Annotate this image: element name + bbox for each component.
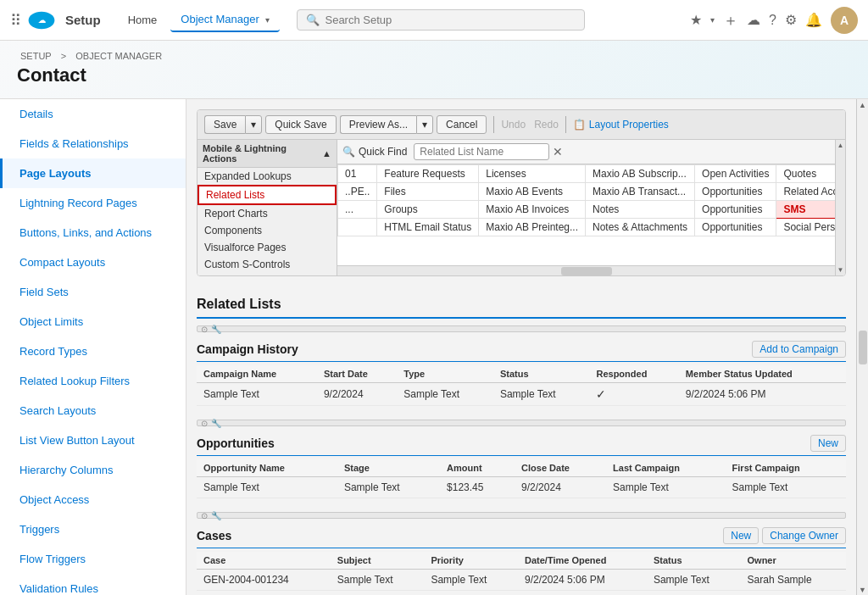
- help-icon[interactable]: ?: [769, 13, 776, 28]
- sidebar-item-fields[interactable]: Fields & Relationships: [0, 129, 186, 158]
- palette-item-visualforce[interactable]: Visualforce Pages: [198, 239, 337, 256]
- save-dropdown-button[interactable]: ▾: [245, 115, 262, 134]
- new-opportunity-button[interactable]: New: [810, 435, 846, 452]
- drag-handle-bar[interactable]: ⊙ 🔧: [197, 325, 846, 332]
- drag-handle-bar-3[interactable]: ⊙ 🔧: [197, 512, 846, 519]
- quickfind-input[interactable]: [414, 143, 549, 160]
- col-opp-name: Opportunity Name: [197, 459, 337, 477]
- sidebar-item-field-sets[interactable]: Field Sets: [0, 277, 186, 307]
- change-owner-button[interactable]: Change Owner: [762, 527, 846, 544]
- palette-item-custom-s-controls[interactable]: Custom S-Controls: [198, 256, 337, 273]
- cell: Maxio AB Events: [479, 183, 586, 201]
- nav-object-manager[interactable]: Object Manager ▾: [170, 8, 280, 32]
- breadcrumb-object-manager[interactable]: OBJECT MANAGER: [75, 51, 162, 61]
- palette-panel: Mobile & Lightning Actions ▲ Expanded Lo…: [198, 140, 337, 275]
- col-first-campaign: First Campaign: [726, 459, 846, 477]
- scroll-down-icon[interactable]: ▼: [859, 586, 866, 594]
- palette-collapse-icon[interactable]: ▲: [322, 148, 331, 158]
- bell-icon[interactable]: 🔔: [805, 12, 822, 28]
- layout-props-button[interactable]: Layout Properties: [589, 119, 669, 131]
- undo-button[interactable]: Undo: [501, 119, 526, 131]
- gear-icon[interactable]: ⚙: [785, 12, 797, 28]
- quick-save-button[interactable]: Quick Save: [265, 115, 336, 134]
- main-layout: Details Fields & Relationships Page Layo…: [0, 99, 868, 595]
- svg-text:☁: ☁: [38, 15, 46, 24]
- cell-start-date: 9/2/2024: [317, 383, 397, 406]
- palette-item-expanded-lookups[interactable]: Expanded Lookups: [198, 168, 337, 185]
- quickfind-clear-button[interactable]: ✕: [553, 145, 563, 158]
- palette-item-components[interactable]: Components: [198, 222, 337, 239]
- move-icon-3: ⊙: [201, 511, 208, 520]
- settings-icon: 🔧: [211, 325, 221, 334]
- sidebar-item-triggers[interactable]: Triggers: [0, 514, 186, 544]
- add-icon[interactable]: ＋: [723, 10, 738, 31]
- avatar[interactable]: A: [831, 7, 858, 34]
- cell-last-campaign: Sample Text: [606, 477, 726, 498]
- sidebar-item-flow-triggers[interactable]: Flow Triggers: [0, 544, 186, 574]
- cell: Maxio AB Invoices: [479, 201, 586, 219]
- apps-icon[interactable]: ⠿: [10, 11, 21, 30]
- save-btn-group: Save ▾: [204, 115, 262, 134]
- sidebar-item-buttons-links[interactable]: Buttons, Links, and Actions: [0, 218, 186, 247]
- sidebar-item-lightning-record[interactable]: Lightning Record Pages: [0, 188, 186, 218]
- drag-handle-bar-2[interactable]: ⊙ 🔧: [197, 420, 846, 426]
- cell-sms: SMS: [776, 201, 835, 219]
- star-icon[interactable]: ★: [690, 12, 702, 28]
- scroll-up-icon[interactable]: ▲: [859, 101, 866, 109]
- palette-item-report-charts[interactable]: Report Charts: [198, 205, 337, 222]
- cell-priority: Sample Text: [424, 570, 518, 591]
- dropdown-icon[interactable]: ▾: [710, 15, 715, 25]
- cases-table: Case Subject Priority Date/Time Opened S…: [197, 552, 846, 591]
- opportunities-title: Opportunities: [197, 437, 275, 450]
- search-input[interactable]: [325, 14, 576, 26]
- cell: Maxio AB Transact...: [586, 183, 695, 201]
- col-amount: Amount: [440, 459, 515, 477]
- move-icon: ⊙: [201, 325, 208, 334]
- editor-main: 🔍 Quick Find ✕ 01 Feature Requests Licen…: [337, 140, 835, 275]
- preview-dropdown-button[interactable]: ▾: [416, 115, 433, 134]
- nav-home[interactable]: Home: [118, 8, 168, 31]
- sidebar-item-record-types[interactable]: Record Types: [0, 336, 186, 366]
- cell: Feature Requests: [377, 165, 479, 183]
- sidebar-item-compact-layouts[interactable]: Compact Layouts: [0, 247, 186, 277]
- cell-status: Sample Text: [493, 383, 590, 406]
- cloud-icon[interactable]: ☁: [747, 12, 760, 28]
- table-row: HTML Email Status Maxio AB Preinteg... N…: [338, 219, 836, 236]
- sidebar-item-object-access[interactable]: Object Access: [0, 485, 186, 514]
- breadcrumb-setup[interactable]: SETUP: [20, 51, 52, 61]
- col-owner: Owner: [741, 552, 846, 570]
- cell-date-opened: 9/2/2024 5:06 PM: [518, 570, 647, 591]
- drag-icons-3: ⊙ 🔧: [201, 511, 221, 520]
- sidebar-item-hierarchy-columns[interactable]: Hierarchy Columns: [0, 455, 186, 485]
- save-button[interactable]: Save: [204, 115, 245, 134]
- vertical-scrollbar[interactable]: ▲ ▼: [835, 140, 845, 275]
- redo-button[interactable]: Redo: [534, 119, 559, 131]
- cell-stage: Sample Text: [337, 477, 440, 498]
- sidebar-item-related-lookup[interactable]: Related Lookup Filters: [0, 366, 186, 396]
- cell-opp-name: Sample Text: [197, 477, 337, 498]
- sidebar-item-object-limits[interactable]: Object Limits: [0, 307, 186, 336]
- related-sub-header-opps: Opportunities New: [197, 431, 846, 456]
- page-header: SETUP > OBJECT MANAGER Contact: [0, 41, 868, 99]
- col-stage: Stage: [337, 459, 440, 477]
- preview-button[interactable]: Preview As...: [340, 115, 416, 134]
- sidebar-item-page-layouts[interactable]: Page Layouts: [0, 158, 186, 188]
- palette-item-related-lists[interactable]: Related Lists: [198, 185, 337, 205]
- sidebar-item-search-layouts[interactable]: Search Layouts: [0, 396, 186, 425]
- sidebar-item-validation-rules[interactable]: Validation Rules: [0, 574, 186, 595]
- sidebar-item-details[interactable]: Details: [0, 99, 186, 129]
- cancel-button[interactable]: Cancel: [437, 115, 487, 134]
- search-icon: 🔍: [306, 14, 320, 26]
- add-to-campaign-button[interactable]: Add to Campaign: [752, 341, 846, 358]
- cell: ...: [338, 201, 377, 219]
- col-member-status: Member Status Updated: [679, 365, 846, 383]
- campaign-history-table: Campaign Name Start Date Type Status Res…: [197, 365, 846, 406]
- right-scrollbar[interactable]: ▲ ▼: [856, 99, 868, 595]
- col-case: Case: [197, 552, 331, 570]
- new-case-button[interactable]: New: [723, 527, 759, 544]
- breadcrumb: SETUP > OBJECT MANAGER: [17, 51, 851, 61]
- horizontal-scrollbar[interactable]: [337, 265, 835, 275]
- sidebar-item-list-view-button[interactable]: List View Button Layout: [0, 425, 186, 455]
- drag-icons-2: ⊙ 🔧: [201, 419, 221, 428]
- cell: Quotes: [776, 165, 835, 183]
